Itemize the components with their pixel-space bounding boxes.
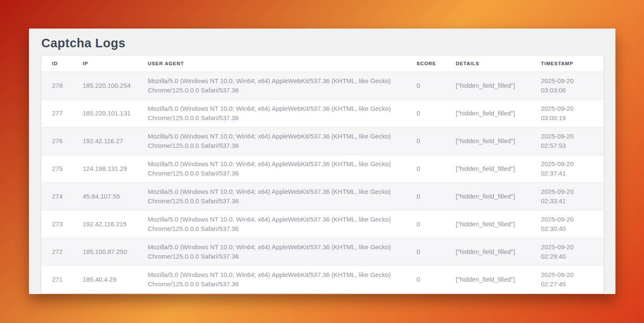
table-header-row: ID IP USER AGENT SCORE DETAILS TIMESTAMP — [41, 56, 604, 72]
cell-timestamp: 2025-09-20 03:03:06 — [530, 72, 604, 99]
cell-user-agent: Mozilla/5.0 (Windows NT 10.0; Win64; x64… — [137, 238, 406, 265]
table-row: 276 192.42.116.27 Mozilla/5.0 (Windows N… — [41, 127, 604, 155]
cell-details: ["hidden_field_filled"] — [445, 72, 530, 99]
cell-details: ["hidden_field_filled"] — [445, 155, 530, 182]
cell-user-agent: Mozilla/5.0 (Windows NT 10.0; Win64; x64… — [137, 210, 406, 238]
table-row: 272 185.100.87.250 Mozilla/5.0 (Windows … — [41, 238, 604, 265]
cell-details: ["hidden_field_filled"] — [445, 238, 530, 265]
cell-timestamp: 2025-09-20 02:37:41 — [530, 155, 604, 182]
cell-user-agent: Mozilla/5.0 (Windows NT 10.0; Win64; x64… — [137, 72, 406, 99]
table-row: 274 45.84.107.55 Mozilla/5.0 (Windows NT… — [41, 182, 604, 210]
table-body: 278 185.220.100.254 Mozilla/5.0 (Windows… — [41, 72, 604, 293]
cell-ip: 185.220.100.254 — [72, 72, 137, 99]
cell-score: 0 — [406, 155, 445, 182]
cell-user-agent: Mozilla/5.0 (Windows NT 10.0; Win64; x64… — [137, 127, 406, 155]
cell-id: 273 — [41, 210, 72, 238]
cell-details: ["hidden_field_filled"] — [445, 99, 530, 127]
table-row: 275 124.198.131.29 Mozilla/5.0 (Windows … — [41, 155, 604, 182]
cell-timestamp: 2025-09-20 02:57:53 — [530, 127, 604, 155]
cell-score: 0 — [406, 265, 445, 293]
table-row: 271 185.40.4.29 Mozilla/5.0 (Windows NT … — [41, 265, 604, 293]
cell-id: 277 — [41, 99, 72, 127]
cell-user-agent: Mozilla/5.0 (Windows NT 10.0; Win64; x64… — [137, 265, 406, 293]
cell-ip: 185.40.4.29 — [72, 265, 137, 293]
cell-timestamp: 2025-09-20 02:33:41 — [530, 182, 604, 210]
table-row: 278 185.220.100.254 Mozilla/5.0 (Windows… — [41, 72, 604, 99]
cell-details: ["hidden_field_filled"] — [445, 265, 530, 293]
column-header-id: ID — [41, 56, 72, 72]
column-header-details: DETAILS — [445, 56, 530, 72]
cell-ip: 185.100.87.250 — [72, 238, 137, 265]
column-header-score: SCORE — [406, 56, 445, 72]
cell-id: 271 — [41, 265, 72, 293]
cell-timestamp: 2025-09-20 02:27:45 — [530, 265, 604, 293]
cell-timestamp: 2025-09-20 02:29:40 — [530, 238, 604, 265]
cell-ip: 192.42.116.27 — [72, 127, 137, 155]
cell-score: 0 — [406, 127, 445, 155]
table-row: 273 192.42.116.215 Mozilla/5.0 (Windows … — [41, 210, 604, 238]
cell-score: 0 — [406, 210, 445, 238]
column-header-user-agent: USER AGENT — [137, 56, 406, 72]
cell-user-agent: Mozilla/5.0 (Windows NT 10.0; Win64; x64… — [137, 99, 406, 127]
page-title: Captcha Logs — [29, 29, 615, 51]
cell-timestamp: 2025-09-20 02:30:40 — [530, 210, 604, 238]
cell-id: 276 — [41, 127, 72, 155]
cell-score: 0 — [406, 72, 445, 99]
cell-id: 278 — [41, 72, 72, 99]
cell-score: 0 — [406, 99, 445, 127]
cell-ip: 45.84.107.55 — [72, 182, 137, 210]
captcha-logs-card: Captcha Logs ID IP USER AGENT SCORE DETA… — [29, 29, 615, 294]
cell-details: ["hidden_field_filled"] — [445, 127, 530, 155]
cell-timestamp: 2025-09-20 03:00:19 — [530, 99, 604, 127]
column-header-timestamp: TIMESTAMP — [530, 56, 604, 72]
cell-ip: 124.198.131.29 — [72, 155, 137, 182]
cell-details: ["hidden_field_filled"] — [445, 182, 530, 210]
cell-ip: 192.42.116.215 — [72, 210, 137, 238]
logs-table-container: ID IP USER AGENT SCORE DETAILS TIMESTAMP… — [41, 56, 604, 293]
logs-table: ID IP USER AGENT SCORE DETAILS TIMESTAMP… — [41, 56, 604, 293]
cell-user-agent: Mozilla/5.0 (Windows NT 10.0; Win64; x64… — [137, 155, 406, 182]
cell-user-agent: Mozilla/5.0 (Windows NT 10.0; Win64; x64… — [137, 182, 406, 210]
cell-ip: 185.220.101.131 — [72, 99, 137, 127]
table-row: 277 185.220.101.131 Mozilla/5.0 (Windows… — [41, 99, 604, 127]
cell-score: 0 — [406, 238, 445, 265]
cell-details: ["hidden_field_filled"] — [445, 210, 530, 238]
cell-id: 274 — [41, 182, 72, 210]
cell-score: 0 — [406, 182, 445, 210]
cell-id: 272 — [41, 238, 72, 265]
column-header-ip: IP — [72, 56, 137, 72]
cell-id: 275 — [41, 155, 72, 182]
